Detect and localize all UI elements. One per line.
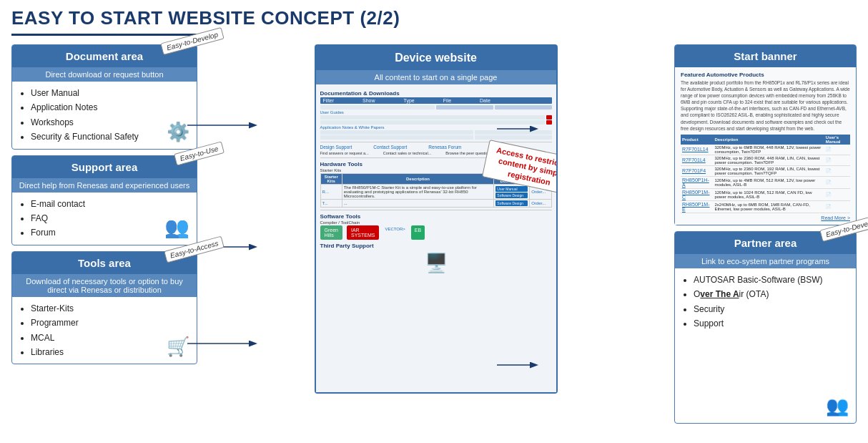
- mockup-row: [320, 120, 552, 125]
- start-banner-content: Featured Automotive Products The availab…: [675, 67, 856, 225]
- list-item: Support: [694, 316, 849, 331]
- list-item: Libraries: [31, 345, 189, 359]
- partner-area-box: Easy-to-Develop Partner area Link to eco…: [674, 231, 857, 424]
- start-banner-header: Start banner: [675, 45, 856, 67]
- product-link[interactable]: RH850P1M-E: [682, 202, 710, 212]
- mockup-row: [320, 115, 552, 120]
- list-item: Starter-Kits: [31, 301, 189, 316]
- tools-area-box: Easy-to-Access Tools area Download of ne…: [11, 251, 197, 365]
- pdf-icon: 📄: [824, 200, 850, 213]
- support-area-box: Easy-to-Use Support area Direct help fro…: [11, 155, 197, 245]
- mockup-row: [320, 130, 552, 135]
- partner-people-icon: 👥: [826, 395, 849, 417]
- banner-featured-title: Featured Automotive Products: [681, 72, 850, 78]
- pdf-icon: 📄: [824, 188, 850, 200]
- document-area-subheader: Direct download or request button: [12, 67, 197, 82]
- product-link[interactable]: RH850P1M-C: [682, 190, 710, 200]
- table-row: RH850P1M-C 120MHz, up to 1024 ROM, 512 R…: [681, 188, 850, 200]
- product-link[interactable]: RH850P1H-A: [682, 177, 709, 188]
- partner-area-content: AUTOSAR Basic-Software (BSW) Over The Ai…: [675, 268, 856, 423]
- tools-area-subheader: Download of necessary tools or option to…: [12, 274, 197, 297]
- page: EASY TO START WEBSITE CONCEPT (2/2) Easy…: [0, 0, 868, 443]
- table-row: RH850P1H-A 120MHz, up to 4MB ROM, 512 RA…: [681, 176, 850, 188]
- document-area-box: Easy-to-Develop Document area Direct dow…: [11, 44, 197, 150]
- table-header-desc: Description: [713, 135, 824, 145]
- table-row: RH850P1M-E 2x240MHz, up to 6MB ROM, 1MB …: [681, 200, 850, 213]
- document-area-content: User Manual Application Notes Workshops …: [12, 82, 197, 149]
- list-item: Application Notes: [31, 100, 189, 115]
- list-item: Security & Functional Safety: [31, 130, 189, 144]
- tools-area-list: Starter-Kits Programmer MCAL Libraries: [19, 301, 189, 360]
- banner-product-table: Product Description User's Manual R7F701…: [681, 135, 850, 213]
- device-website-subheader: All content to start on a single page: [316, 70, 556, 84]
- main-layout: Easy-to-Develop Document area Direct dow…: [11, 44, 857, 424]
- table-row: R7F701L4 320MHz, up to 2360 ROM, 448 RAM…: [681, 155, 850, 165]
- mockup-compiler-label: Compiler / ToolChain: [320, 220, 552, 225]
- product-link[interactable]: R7F701L14: [682, 147, 709, 152]
- pdf-icon: 📄: [824, 165, 850, 176]
- table-header-product: Product: [681, 135, 713, 145]
- pdf-icon: 📄: [824, 145, 850, 155]
- start-banner-box: Start banner Featured Automotive Product…: [674, 44, 857, 225]
- list-item: E-mail contact: [31, 197, 189, 211]
- right-column: Start banner Featured Automotive Product…: [674, 44, 857, 424]
- list-item: Over The Air (OTA): [694, 287, 849, 301]
- table-row: R7F701F4 320MHz, up to 2360 ROM, 192 RAM…: [681, 165, 850, 176]
- cart-icon: 🛒: [167, 336, 189, 358]
- left-column: Easy-to-Develop Document area Direct dow…: [11, 44, 197, 424]
- list-item: Security: [694, 302, 849, 316]
- mockup-app-notes-link: Application Notes & White Papers: [320, 125, 552, 130]
- pdf-icon: 📄: [824, 155, 850, 165]
- device-website-header: Device website: [316, 46, 556, 70]
- monitor-icon: 🖥️: [320, 252, 552, 274]
- list-item: Workshops: [31, 115, 189, 130]
- mockup-sw-logos: GreenHills IARSYSTEMS VECTOR> EB: [320, 225, 552, 240]
- title-underline: [11, 34, 197, 36]
- mockup-doc-title: Documentation & Downloads: [320, 90, 552, 97]
- partner-area-subheader: Link to eco-system partner programs: [675, 254, 856, 268]
- mockup-third-party-title: Third Party Support: [320, 243, 552, 249]
- mockup-row: [320, 135, 552, 140]
- mockup-sw-title: Software Tools: [320, 213, 552, 220]
- table-row: R7F701L14 320MHz, up to 6MB ROM, 448 RAM…: [681, 145, 850, 155]
- support-area-header: Support area: [12, 156, 197, 178]
- list-item: Programmer: [31, 316, 189, 330]
- list-item: MCAL: [31, 331, 189, 345]
- list-item: AUTOSAR Basic-Software (BSW): [694, 273, 849, 287]
- mockup-row: [320, 105, 552, 109]
- product-link[interactable]: R7F701L4: [682, 157, 706, 162]
- support-area-subheader: Direct help from Renesas and experienced…: [12, 178, 197, 193]
- center-column: Device website All content to start on a…: [204, 44, 667, 424]
- list-item: User Manual: [31, 86, 189, 100]
- support-area-content: E-mail contact FAQ Forum 👥: [12, 193, 197, 245]
- device-website-box: Device website All content to start on a…: [315, 44, 558, 394]
- banner-desc-text: The available product portfolio from the…: [681, 79, 850, 132]
- device-website-content: Access to restricted content by simple r…: [316, 84, 556, 392]
- mockup-user-guide-link: User Guides: [320, 110, 552, 115]
- mockup-bar-1: FilterShowTypeFileDate: [320, 97, 552, 104]
- people-icon: 👥: [164, 215, 189, 239]
- document-area-list: User Manual Application Notes Workshops …: [19, 86, 189, 145]
- product-link[interactable]: R7F701F4: [682, 168, 706, 173]
- read-more-link[interactable]: Read More >: [681, 215, 850, 220]
- tools-area-content: Starter-Kits Programmer MCAL Libraries 🛒: [12, 297, 197, 364]
- gear-icon: ⚙️: [167, 121, 189, 143]
- table-header-manual: User's Manual: [824, 135, 850, 145]
- pdf-icon: 📄: [824, 176, 850, 188]
- page-title: EASY TO START WEBSITE CONCEPT (2/2): [11, 7, 857, 29]
- partner-area-list: AUTOSAR Basic-Software (BSW) Over The Ai…: [682, 273, 849, 331]
